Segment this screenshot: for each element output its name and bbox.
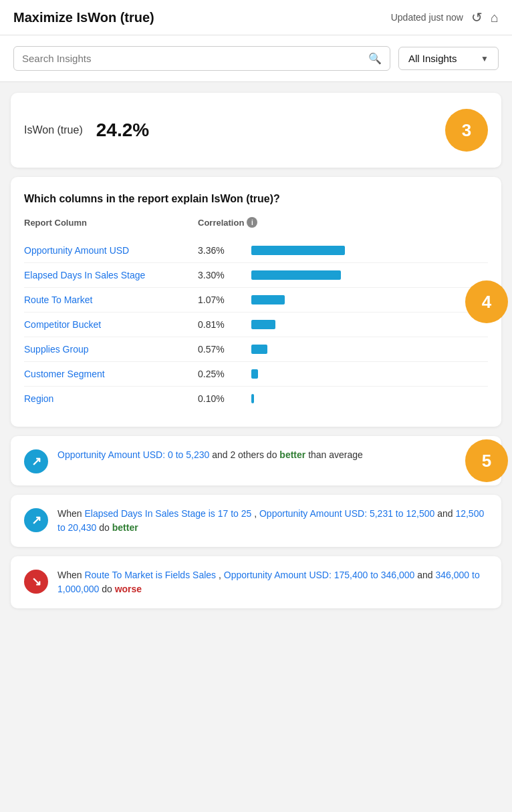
updated-text: Updated just now (391, 12, 463, 23)
row-pct-1: 3.30% (198, 270, 251, 280)
insights-group: ↗ Opportunity Amount USD: 0 to 5,230 and… (11, 436, 501, 608)
row-bar-container-2 (251, 294, 488, 305)
row-pct-6: 0.10% (198, 393, 251, 404)
header: Maximize IsWon (true) Updated just now ↺… (0, 0, 512, 35)
search-input-wrapper[interactable]: 🔍 (13, 46, 390, 71)
table-row: Opportunity Amount USD 3.36% (24, 238, 488, 263)
header-right: Updated just now ↺ ⌂ (391, 9, 499, 25)
table-row: Elapsed Days In Sales Stage 3.30% (24, 263, 488, 288)
table-row: Region 0.10% (24, 387, 488, 411)
table-row: Route To Market 1.07% (24, 288, 488, 313)
table-row: Competitor Bucket 0.81% (24, 313, 488, 337)
row-bar-4 (251, 345, 267, 354)
row-bar-3 (251, 320, 275, 329)
insight-plain-3c: and (417, 570, 435, 580)
row-name-4[interactable]: Supplies Group (24, 344, 198, 355)
insight-plain-2a: When (57, 508, 84, 519)
row-bar-5 (251, 369, 258, 379)
col-report-header: Report Column (24, 218, 198, 228)
row-bar-container-0 (251, 245, 488, 256)
row-bar-container-6 (251, 393, 488, 404)
row-name-5[interactable]: Customer Segment (24, 369, 198, 379)
columns-header: Report Column Correlation i (24, 217, 488, 232)
insight-plain-2b: , (254, 508, 259, 519)
row-pct-3: 0.81% (198, 319, 251, 330)
up-icon-1: ↗ (24, 449, 48, 473)
row-bar-1 (251, 270, 341, 280)
summary-card: IsWon (true) 24.2% 3 (11, 93, 501, 168)
summary-label: IsWon (true) (24, 124, 83, 136)
row-pct-0: 3.36% (198, 245, 251, 256)
insight-plain-3b: , (219, 570, 224, 580)
col-correlation-header: Correlation i (198, 217, 257, 228)
row-bar-0 (251, 246, 345, 255)
filter-dropdown[interactable]: All Insights ▼ (398, 47, 499, 70)
row-pct-4: 0.57% (198, 344, 251, 355)
filter-label: All Insights (408, 53, 457, 64)
insight-plain-3a: When (57, 570, 84, 580)
info-icon[interactable]: i (247, 217, 257, 228)
arrow-down-icon: ↘ (31, 574, 41, 589)
search-input[interactable] (22, 53, 368, 64)
insight-plain-2d: do (99, 522, 112, 533)
arrow-up-icon-2: ↗ (31, 513, 41, 528)
up-icon-2: ↗ (24, 508, 48, 532)
summary-left: IsWon (true) 24.2% (24, 120, 149, 141)
row-bar-2 (251, 295, 285, 304)
insight-link-3a[interactable]: Route To Market is Fields Sales (84, 570, 216, 580)
insight-text-3: When Route To Market is Fields Sales , O… (57, 568, 488, 596)
row-bar-container-3 (251, 319, 488, 330)
insight-link-2b[interactable]: Opportunity Amount USD: 5,231 to 12,500 (259, 508, 434, 519)
badge-5-wrapper: ↗ Opportunity Amount USD: 0 to 5,230 and… (11, 436, 501, 485)
summary-value: 24.2% (96, 120, 149, 141)
insight-card-3: ↘ When Route To Market is Fields Sales ,… (11, 556, 501, 608)
down-icon-3: ↘ (24, 570, 48, 594)
insight-worse-3: worse (115, 584, 142, 594)
row-pct-2: 1.07% (198, 294, 251, 305)
insight-text-1: Opportunity Amount USD: 0 to 5,230 and 2… (57, 448, 363, 462)
row-bar-container-1 (251, 270, 488, 280)
search-area: 🔍 All Insights ▼ (0, 35, 512, 82)
insight-plain-1a: and 2 others do (212, 449, 279, 460)
insight-plain-2c: and (437, 508, 455, 519)
columns-card: Which columns in the report explain IsWo… (11, 177, 501, 427)
table-row: Customer Segment 0.25% (24, 362, 488, 387)
row-name-2[interactable]: Route To Market (24, 294, 198, 305)
columns-title: Which columns in the report explain IsWo… (24, 193, 488, 205)
summary-badge: 3 (445, 109, 488, 152)
insight-link-1a[interactable]: Opportunity Amount USD: 0 to 5,230 (57, 449, 209, 460)
row-name-0[interactable]: Opportunity Amount USD (24, 245, 198, 256)
row-bar-6 (251, 394, 254, 403)
insight-card-2: ↗ When Elapsed Days In Sales Stage is 17… (11, 495, 501, 547)
arrow-up-icon: ↗ (31, 454, 41, 469)
row-pct-5: 0.25% (198, 369, 251, 379)
home-icon[interactable]: ⌂ (491, 10, 499, 25)
row-name-1[interactable]: Elapsed Days In Sales Stage (24, 270, 198, 280)
insight-plain-3d: do (102, 584, 114, 594)
row-bar-container-4 (251, 344, 488, 355)
main-content: IsWon (true) 24.2% 3 Which columns in th… (0, 82, 512, 619)
columns-badge: 4 (465, 280, 508, 323)
insight-link-2a[interactable]: Elapsed Days In Sales Stage is 17 to 25 (84, 508, 251, 519)
insight-card-1: ↗ Opportunity Amount USD: 0 to 5,230 and… (11, 436, 501, 485)
insight-text-2: When Elapsed Days In Sales Stage is 17 t… (57, 507, 488, 535)
refresh-icon[interactable]: ↺ (471, 9, 483, 25)
insight-better-1: better (279, 449, 305, 460)
row-name-3[interactable]: Competitor Bucket (24, 319, 198, 330)
insights-badge: 5 (465, 439, 508, 482)
chevron-down-icon: ▼ (481, 54, 489, 63)
page-title: Maximize IsWon (true) (13, 10, 154, 25)
data-rows: Opportunity Amount USD 3.36% Elapsed Day… (24, 238, 488, 411)
insight-link-3b[interactable]: Opportunity Amount USD: 175,400 to 346,0… (224, 570, 415, 580)
row-name-6[interactable]: Region (24, 393, 198, 404)
insight-plain-1b: than average (308, 449, 363, 460)
search-icon: 🔍 (368, 52, 382, 65)
row-bar-container-5 (251, 369, 488, 379)
table-row: Supplies Group 0.57% (24, 337, 488, 362)
insight-better-2: better (112, 522, 138, 533)
